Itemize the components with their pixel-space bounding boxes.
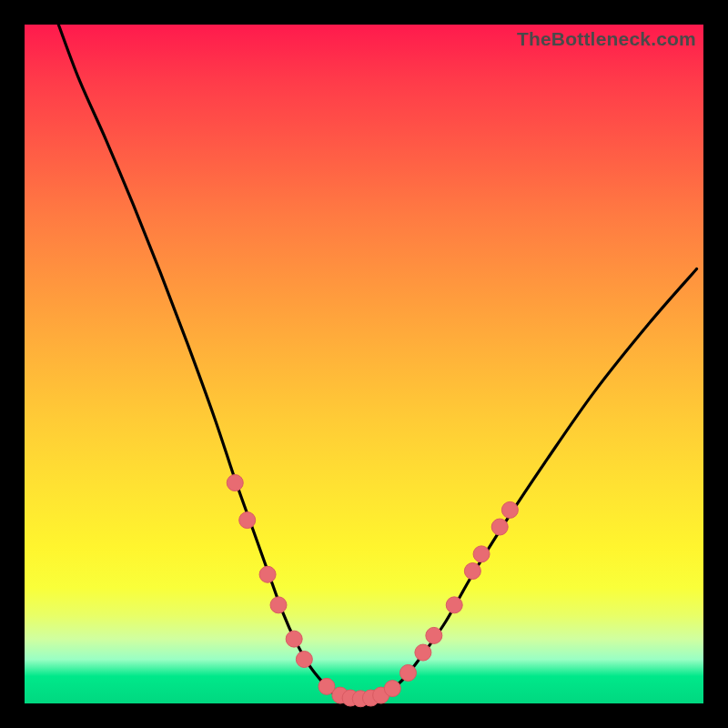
data-marker <box>399 664 416 681</box>
data-marker <box>270 597 287 613</box>
chart-frame: TheBottleneck.com <box>0 0 728 728</box>
data-marker <box>296 652 312 668</box>
data-marker <box>491 519 508 535</box>
data-marker <box>239 512 256 529</box>
chart-plot-area: TheBottleneck.com <box>25 25 703 703</box>
data-marker <box>473 546 490 562</box>
chart-svg <box>25 25 703 703</box>
bottleneck-curve-path <box>58 25 696 700</box>
data-marker <box>259 566 276 582</box>
data-marker <box>501 501 518 518</box>
data-marker <box>446 597 462 613</box>
data-marker <box>286 631 302 647</box>
data-marker <box>227 475 243 491</box>
data-marker <box>464 563 480 580</box>
data-marker <box>415 644 431 661</box>
data-marker <box>426 627 442 643</box>
marker-group <box>227 475 518 707</box>
data-marker <box>384 681 400 697</box>
